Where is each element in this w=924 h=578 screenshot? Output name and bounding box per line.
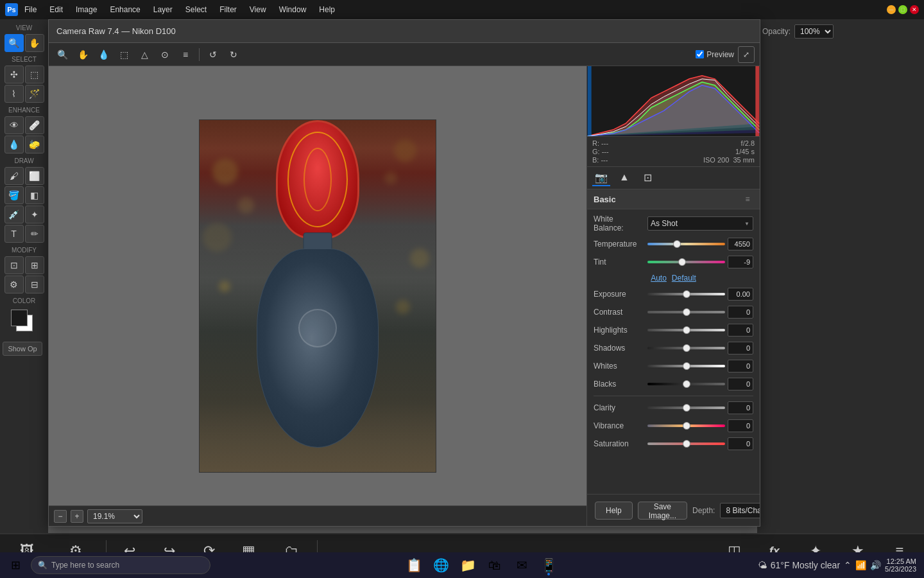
- exposure-thumb[interactable]: [683, 290, 690, 298]
- vibrance-track[interactable]: [647, 425, 725, 427]
- color-boxes[interactable]: [11, 310, 38, 335]
- saturation-thumb[interactable]: [683, 440, 690, 448]
- vibrance-thumb[interactable]: [683, 422, 690, 430]
- menu-image[interactable]: Image: [73, 4, 99, 15]
- taskbar-photoshop-app[interactable]: 📱: [536, 554, 561, 577]
- recompose-tool[interactable]: ⊞: [25, 256, 44, 274]
- dialog-hand-tool[interactable]: ✋: [74, 46, 91, 63]
- taskbar-folder-app[interactable]: 📁: [455, 554, 481, 577]
- close-button[interactable]: ✕: [910, 5, 919, 14]
- tray-arrow[interactable]: ⌃: [844, 560, 851, 570]
- fullscreen-button[interactable]: ⤢: [738, 46, 755, 63]
- eraser-tool[interactable]: ⬜: [25, 167, 44, 185]
- lasso-tool[interactable]: ⌇: [4, 85, 24, 103]
- temperature-thumb[interactable]: [673, 240, 681, 248]
- shadows-value[interactable]: [728, 342, 753, 355]
- dialog-straighten-tool[interactable]: △: [136, 46, 153, 63]
- taskbar-mail-app[interactable]: ✉: [509, 554, 535, 577]
- cookie-cutter-tool[interactable]: ⚙: [4, 276, 24, 293]
- text-tool[interactable]: T: [4, 225, 24, 243]
- help-button[interactable]: Help: [595, 502, 633, 520]
- menu-layer[interactable]: Layer: [151, 4, 175, 15]
- custom-shape-tool[interactable]: ✦: [25, 206, 44, 223]
- shadows-track[interactable]: [647, 347, 725, 349]
- highlights-thumb[interactable]: [683, 326, 690, 334]
- minimize-button[interactable]: ─: [887, 5, 896, 14]
- move-tool[interactable]: ✣: [4, 66, 24, 83]
- taskbar-search[interactable]: 🔍 Type here to search: [31, 556, 210, 574]
- brush-tool[interactable]: 🖌: [4, 167, 24, 185]
- menu-window[interactable]: Window: [277, 4, 309, 15]
- dialog-rotate-right[interactable]: ↻: [225, 46, 242, 63]
- whites-value[interactable]: [728, 360, 753, 372]
- depth-select[interactable]: 8 Bits/Channel16 Bits/Channel: [720, 503, 760, 518]
- panel-list-button[interactable]: ≡: [742, 193, 753, 205]
- eyedropper-tool[interactable]: 💉: [4, 206, 24, 223]
- zoom-out-button[interactable]: −: [54, 510, 67, 523]
- blacks-value[interactable]: [728, 378, 753, 390]
- whites-thumb[interactable]: [683, 362, 690, 370]
- menu-filter[interactable]: Filter: [217, 4, 239, 15]
- sponge-tool[interactable]: 🧽: [25, 136, 44, 153]
- vibrance-value[interactable]: [728, 419, 753, 432]
- detail-panel-tab[interactable]: ⊡: [638, 170, 656, 186]
- zoom-select[interactable]: Fit in ViewFill View100%200%19.1%: [87, 509, 142, 523]
- temperature-track[interactable]: [647, 243, 725, 245]
- whites-track[interactable]: [647, 365, 725, 367]
- gradient-tool[interactable]: ◧: [25, 186, 44, 204]
- tint-track[interactable]: [647, 261, 725, 263]
- dialog-spot-removal[interactable]: ⊙: [157, 46, 173, 63]
- auto-button[interactable]: Auto: [651, 274, 667, 283]
- menu-file[interactable]: File: [22, 4, 39, 15]
- exposure-track[interactable]: [647, 293, 725, 295]
- tint-value[interactable]: [728, 256, 753, 268]
- zoom-in-button[interactable]: +: [71, 510, 83, 523]
- tone-curve-panel-tab[interactable]: ▲: [615, 170, 633, 186]
- hand-tool[interactable]: ✋: [25, 34, 44, 52]
- default-button[interactable]: Default: [672, 274, 696, 283]
- contrast-value[interactable]: [728, 306, 753, 319]
- contrast-track[interactable]: [647, 311, 725, 313]
- straighten-tool[interactable]: ⊟: [25, 276, 44, 293]
- save-image-button[interactable]: Save Image...: [638, 502, 687, 520]
- exposure-value[interactable]: [728, 288, 753, 301]
- crop-tool[interactable]: ⊡: [4, 256, 24, 274]
- wb-select[interactable]: As ShotAutoDaylightCloudyShadeTungstenFl…: [647, 216, 753, 231]
- dialog-redeye[interactable]: ≡: [177, 46, 194, 63]
- clarity-thumb[interactable]: [683, 404, 690, 412]
- clarity-track[interactable]: [647, 407, 725, 409]
- dialog-wb-selector[interactable]: 💧: [95, 46, 112, 63]
- highlights-track[interactable]: [647, 329, 725, 331]
- saturation-track[interactable]: [647, 442, 725, 445]
- menu-enhance[interactable]: Enhance: [107, 4, 142, 15]
- blacks-thumb[interactable]: [683, 380, 690, 388]
- pencil-tool[interactable]: ✏: [25, 225, 44, 243]
- contrast-thumb[interactable]: [683, 308, 690, 316]
- blur-tool[interactable]: 💧: [4, 136, 24, 153]
- taskbar-store-app[interactable]: 🛍: [482, 554, 508, 577]
- magic-wand-tool[interactable]: 🪄: [25, 85, 44, 103]
- taskbar-files-app[interactable]: 📋: [401, 554, 427, 577]
- menu-help[interactable]: Help: [316, 4, 338, 15]
- paint-bucket-tool[interactable]: 🪣: [4, 186, 24, 204]
- preview-checkbox[interactable]: [696, 50, 704, 58]
- saturation-value[interactable]: [728, 437, 753, 450]
- dialog-zoom-tool[interactable]: 🔍: [54, 46, 71, 63]
- opacity-select[interactable]: 100%: [794, 24, 834, 39]
- zoom-tool[interactable]: 🔍: [4, 34, 24, 52]
- shadows-thumb[interactable]: [683, 344, 690, 352]
- dialog-crop-tool[interactable]: ⬚: [116, 46, 132, 63]
- taskbar-clock[interactable]: 12:25 AM 5/23/2023: [885, 557, 916, 573]
- marquee-tool[interactable]: ⬚: [25, 66, 44, 83]
- start-button[interactable]: ⊞: [3, 554, 28, 577]
- clarity-value[interactable]: [728, 401, 753, 414]
- camera-panel-tab[interactable]: 📷: [592, 170, 610, 186]
- foreground-color-box[interactable]: [11, 310, 28, 326]
- temperature-value[interactable]: [728, 238, 753, 250]
- menu-view[interactable]: View: [247, 4, 269, 15]
- taskbar-browser-app[interactable]: 🌐: [428, 554, 454, 577]
- red-eye-tool[interactable]: 👁: [4, 116, 24, 134]
- menu-edit[interactable]: Edit: [47, 4, 65, 15]
- highlights-value[interactable]: [728, 324, 753, 337]
- tint-thumb[interactable]: [678, 258, 686, 266]
